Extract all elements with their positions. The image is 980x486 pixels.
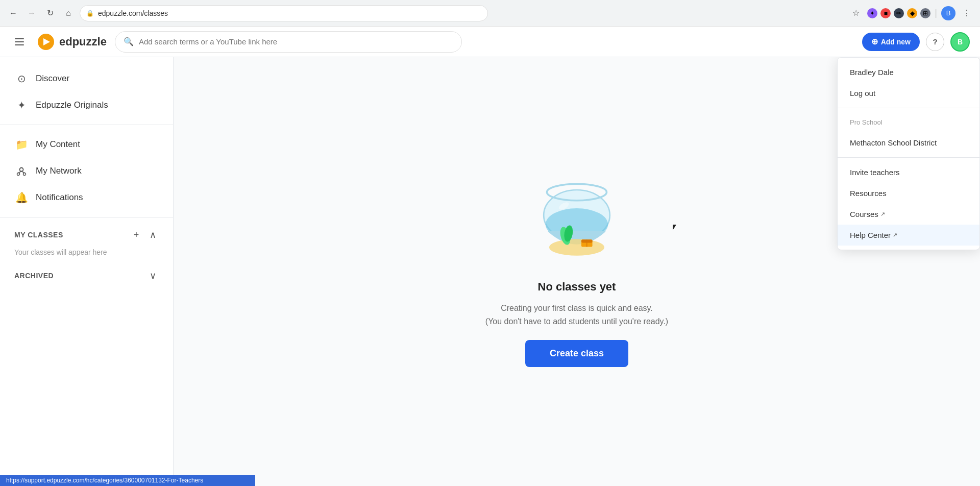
help-center-external-arrow: ↗ bbox=[893, 232, 897, 238]
my-classes-title: MY CLASSES bbox=[14, 231, 63, 239]
help-center-link: Help Center ↗ bbox=[850, 231, 897, 239]
address-bar[interactable]: 🔒 edpuzzle.com/classes bbox=[80, 5, 488, 21]
sidebar-item-edpuzzle-originals[interactable]: ✦ Edpuzzle Originals bbox=[6, 92, 167, 118]
logo-text: edpuzzle bbox=[59, 35, 107, 48]
dropdown-resources[interactable]: Resources bbox=[838, 183, 979, 204]
back-button[interactable]: ← bbox=[6, 6, 20, 20]
user-dropdown-menu: Bradley Dale Log out Pro School Methacto… bbox=[837, 57, 980, 250]
svg-point-0 bbox=[20, 168, 23, 172]
help-icon: ? bbox=[933, 37, 937, 46]
avatar-initials: B bbox=[958, 38, 963, 46]
create-class-button[interactable]: Create class bbox=[525, 340, 628, 367]
logo-icon bbox=[37, 33, 55, 51]
sidebar-nav: ⊙ Discover ✦ Edpuzzle Originals bbox=[0, 65, 173, 118]
status-bar-url: https://support.edpuzzle.com/hc/categori… bbox=[6, 477, 203, 484]
my-classes-actions: + ∧ bbox=[130, 229, 159, 241]
mouse-cursor bbox=[673, 225, 683, 235]
sidebar-item-my-network[interactable]: My Network bbox=[6, 158, 167, 184]
add-new-label: Add new bbox=[881, 38, 911, 46]
dropdown-school-name[interactable]: Methacton School District bbox=[838, 132, 979, 153]
star-icon: ✦ bbox=[14, 98, 29, 112]
dropdown-school-section: Pro School Methacton School District bbox=[838, 108, 979, 158]
sidebar-divider-1 bbox=[0, 125, 173, 125]
sidebar: ⊙ Discover ✦ Edpuzzle Originals 📁 My Con… bbox=[0, 57, 174, 486]
user-avatar[interactable]: B bbox=[950, 32, 970, 52]
separator: | bbox=[935, 8, 937, 18]
sidebar-divider-2 bbox=[0, 217, 173, 217]
dropdown-user-name: Bradley Dale bbox=[838, 62, 979, 83]
ext-red-icon[interactable]: ■ bbox=[880, 8, 891, 18]
browser-bar: ← → ↻ ⌂ 🔒 edpuzzle.com/classes ☆ ✦ ■ ✏ ◆… bbox=[0, 0, 980, 27]
dropdown-help-center[interactable]: Help Center ↗ bbox=[838, 225, 979, 246]
empty-state: No classes yet Creating your first class… bbox=[485, 176, 668, 367]
forward-button[interactable]: → bbox=[24, 6, 39, 20]
hamburger-icon bbox=[15, 38, 24, 45]
home-button[interactable]: ⌂ bbox=[61, 6, 76, 20]
add-new-button[interactable]: ⊕ Add new bbox=[862, 33, 920, 51]
sidebar-label-notifications: Notifications bbox=[36, 192, 83, 203]
sidebar-item-my-content[interactable]: 📁 My Content bbox=[6, 131, 167, 158]
browser-extensions: ✦ ■ ✏ ◆ ⊞ bbox=[867, 8, 930, 18]
dropdown-courses[interactable]: Courses ↗ bbox=[838, 204, 979, 225]
svg-line-4 bbox=[21, 172, 24, 173]
svg-point-7 bbox=[549, 239, 604, 255]
sidebar-item-notifications[interactable]: 🔔 Notifications bbox=[6, 184, 167, 211]
dropdown-invite-teachers[interactable]: Invite teachers bbox=[838, 162, 979, 183]
bell-icon: 🔔 bbox=[14, 190, 29, 205]
ext-purple-icon[interactable]: ✦ bbox=[867, 8, 877, 18]
app-container: edpuzzle 🔍 ⊕ Add new ? B ⊙ bbox=[0, 27, 980, 486]
search-icon: 🔍 bbox=[124, 37, 134, 46]
help-button[interactable]: ? bbox=[926, 33, 944, 51]
search-input[interactable] bbox=[139, 37, 453, 46]
my-classes-section: MY CLASSES + ∧ bbox=[0, 224, 173, 246]
dropdown-links-section: Invite teachers Resources Courses ↗ Help… bbox=[838, 158, 979, 250]
lock-icon: 🔒 bbox=[86, 10, 94, 17]
subtitle-line2: (You don't have to add students until yo… bbox=[485, 317, 668, 326]
folder-icon: 📁 bbox=[14, 137, 29, 152]
bookmark-button[interactable]: ☆ bbox=[849, 6, 863, 20]
dropdown-user-section: Bradley Dale Log out bbox=[838, 58, 979, 108]
reload-button[interactable]: ↻ bbox=[43, 6, 57, 20]
fish-bowl-illustration bbox=[531, 176, 623, 268]
empty-state-title: No classes yet bbox=[538, 280, 616, 294]
svg-point-2 bbox=[23, 173, 26, 176]
sidebar-label-originals: Edpuzzle Originals bbox=[36, 100, 108, 110]
status-bar: https://support.edpuzzle.com/hc/categori… bbox=[0, 475, 255, 486]
logo[interactable]: edpuzzle bbox=[37, 33, 107, 51]
add-class-button[interactable]: + bbox=[130, 229, 142, 241]
empty-state-subtitle: Creating your first class is quick and e… bbox=[485, 302, 668, 328]
sidebar-nav-2: 📁 My Content My Network bbox=[0, 131, 173, 211]
app-header: edpuzzle 🔍 ⊕ Add new ? B bbox=[0, 27, 980, 57]
ext-puzzle-icon[interactable]: ⊞ bbox=[920, 8, 930, 18]
body-area: ⊙ Discover ✦ Edpuzzle Originals 📁 My Con… bbox=[0, 57, 980, 486]
dropdown-pro-school: Pro School bbox=[838, 112, 979, 132]
hamburger-button[interactable] bbox=[10, 33, 29, 51]
sidebar-label-my-content: My Content bbox=[36, 139, 80, 150]
ext-orange-icon[interactable]: ◆ bbox=[907, 8, 917, 18]
url-display: edpuzzle.com/classes bbox=[98, 9, 168, 17]
browser-profile[interactable]: B bbox=[941, 6, 955, 20]
collapse-classes-button[interactable]: ∧ bbox=[146, 229, 159, 241]
browser-actions: ☆ ✦ ■ ✏ ◆ ⊞ | B ⋮ bbox=[849, 6, 974, 20]
dropdown-logout[interactable]: Log out bbox=[838, 83, 979, 104]
sidebar-label-my-network: My Network bbox=[36, 166, 82, 176]
sidebar-item-discover[interactable]: ⊙ Discover bbox=[6, 65, 167, 92]
main-content: No classes yet Creating your first class… bbox=[174, 57, 980, 486]
expand-archived-button[interactable]: ∨ bbox=[146, 270, 159, 282]
courses-link: Courses ↗ bbox=[850, 210, 885, 218]
courses-external-arrow: ↗ bbox=[880, 211, 885, 217]
my-classes-empty-text: Your classes will appear here bbox=[0, 246, 173, 264]
svg-line-3 bbox=[18, 172, 21, 173]
archived-section[interactable]: ARCHIVED ∨ bbox=[0, 264, 173, 287]
ext-pencil-icon[interactable]: ✏ bbox=[894, 8, 904, 18]
search-bar[interactable]: 🔍 bbox=[115, 31, 462, 53]
subtitle-line1: Creating your first class is quick and e… bbox=[501, 304, 653, 312]
svg-point-1 bbox=[17, 173, 20, 176]
header-right: ⊕ Add new ? B bbox=[862, 32, 970, 52]
sidebar-label-discover: Discover bbox=[36, 74, 69, 84]
chrome-menu-button[interactable]: ⋮ bbox=[960, 6, 974, 20]
compass-icon: ⊙ bbox=[14, 71, 29, 86]
plus-icon: ⊕ bbox=[871, 37, 878, 46]
network-icon bbox=[14, 164, 29, 178]
archived-title: ARCHIVED bbox=[14, 272, 54, 280]
